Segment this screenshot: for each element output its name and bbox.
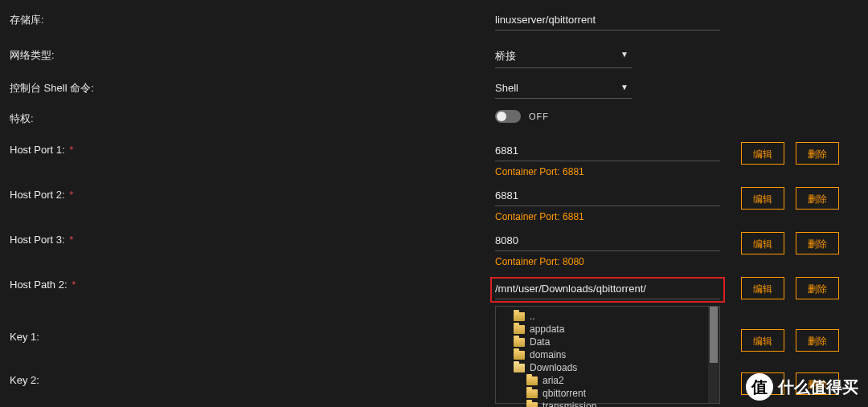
row-host-port-2: Host Port 2: * Container Port: 6881 编辑 删… (10, 177, 858, 222)
edit-button[interactable]: 编辑 (741, 187, 784, 210)
chevron-down-icon: ▼ (620, 83, 628, 92)
delete-button[interactable]: 删除 (796, 232, 839, 254)
edit-button[interactable]: 编辑 (741, 142, 784, 165)
label-key-2: Key 2: (10, 372, 495, 386)
label-key-1: Key 1: (10, 329, 495, 343)
watermark-text: 什么值得买 (778, 376, 858, 398)
row-key-1: Key 1: 编辑 删除 (10, 323, 858, 352)
host-port-1-sub: Container Port: 6881 (495, 166, 720, 177)
label-host-port-2: Host Port 2: * (10, 187, 495, 201)
delete-button[interactable]: 删除 (796, 329, 839, 352)
label-host-port-3: Host Port 3: * (10, 232, 495, 246)
host-port-2-input[interactable] (495, 187, 720, 206)
network-select[interactable]: 桥接 ▼ (495, 47, 632, 68)
watermark: 值 什么值得买 (746, 373, 858, 401)
host-path-2-input[interactable] (495, 280, 720, 299)
label-network: 网络类型: (10, 47, 495, 63)
row-privilege: 特权: OFF (10, 99, 858, 128)
row-host-port-1: Host Port 1: * Container Port: 6881 编辑 删… (10, 128, 858, 177)
label-host-port-1: Host Port 1: * (10, 142, 495, 156)
console-select[interactable]: Shell ▼ (495, 79, 632, 99)
label-repository: 存储库: (10, 11, 495, 27)
folder-up-icon (514, 312, 525, 321)
row-key-2: Key 2: 编辑 删除 (10, 368, 858, 397)
label-host-path-2: Host Path 2: * (10, 277, 495, 291)
tree-item-up[interactable]: .. (497, 310, 718, 323)
console-select-value: Shell (495, 82, 518, 94)
row-network: 网络类型: 桥接 ▼ (10, 35, 858, 68)
privilege-toggle-label: OFF (529, 112, 549, 121)
label-console: 控制台 Shell 命令: (10, 79, 495, 96)
host-port-1-input[interactable] (495, 142, 720, 161)
host-port-2-sub: Container Port: 6881 (495, 211, 720, 222)
label-privilege: 特权: (10, 110, 495, 126)
repository-input[interactable] (495, 11, 720, 31)
row-host-port-3: Host Port 3: * Container Port: 8080 编辑 删… (10, 222, 858, 267)
delete-button[interactable]: 删除 (796, 277, 839, 299)
folder-icon (526, 402, 538, 408)
delete-button[interactable]: 删除 (796, 187, 839, 210)
host-port-3-sub: Container Port: 8080 (495, 256, 720, 267)
docker-settings-form: 存储库: 网络类型: 桥接 ▼ 控制台 Shell 命令: Shell ▼ 特权… (0, 0, 868, 404)
tree-item[interactable]: transmission (497, 400, 718, 407)
edit-button[interactable]: 编辑 (741, 329, 784, 352)
privilege-toggle[interactable] (495, 110, 521, 123)
host-path-highlight (490, 277, 725, 303)
edit-button[interactable]: 编辑 (741, 277, 784, 299)
delete-button[interactable]: 删除 (796, 142, 839, 165)
row-repository: 存储库: (10, 6, 858, 35)
edit-button[interactable]: 编辑 (741, 232, 784, 254)
network-select-value: 桥接 (495, 50, 516, 62)
chevron-down-icon: ▼ (620, 50, 628, 59)
watermark-badge: 值 (746, 373, 773, 401)
folder-icon (514, 351, 525, 360)
row-console: 控制台 Shell 命令: Shell ▼ (10, 68, 858, 99)
host-port-3-input[interactable] (495, 232, 720, 251)
